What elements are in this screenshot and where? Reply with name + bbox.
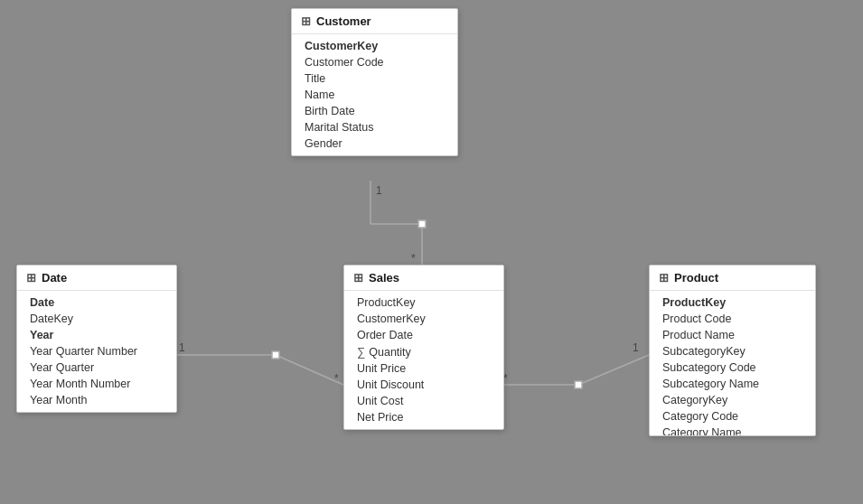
list-item: DateKey xyxy=(17,311,176,327)
rel-label-star-sales-customer: * xyxy=(411,252,416,265)
product-table-body[interactable]: ProductKey Product Code Product Name Sub… xyxy=(650,291,815,435)
list-item: ProductKey xyxy=(650,294,815,311)
list-item: Order Date xyxy=(344,327,503,343)
table-icon-customer: ⊞ xyxy=(301,14,311,28)
customer-table-body[interactable]: CustomerKey Customer Code Title Name Bir… xyxy=(292,34,457,155)
list-item: SubcategoryKey xyxy=(650,343,815,359)
list-item: Year Month Number xyxy=(17,376,176,392)
product-table: ⊞ Product ProductKey Product Code Produc… xyxy=(649,265,816,436)
list-item: Customer Code xyxy=(292,54,457,70)
date-table: ⊞ Date Date DateKey Year Year Quarter Nu… xyxy=(16,265,177,413)
list-item: Year Quarter xyxy=(17,359,176,376)
table-icon-date: ⊞ xyxy=(26,271,36,285)
list-item: Date xyxy=(17,294,176,311)
list-item: Subcategory Name xyxy=(650,376,815,392)
rel-label-1-customer: 1 xyxy=(376,184,382,197)
junction-box-sales-product xyxy=(575,381,582,388)
junction-box-customer-sales xyxy=(418,220,426,228)
list-item: Unit Price xyxy=(344,360,503,377)
table-icon-product: ⊞ xyxy=(659,271,669,285)
list-item: Product Name xyxy=(650,327,815,343)
list-item: ∑ Quantity xyxy=(344,343,503,360)
svg-line-4 xyxy=(276,355,343,385)
sigma-icon: ∑ xyxy=(357,345,365,359)
rel-label-1-date: 1 xyxy=(179,341,185,354)
list-item: Gender xyxy=(292,135,457,152)
list-item: CustomerKey xyxy=(344,311,503,327)
list-item: CategoryKey xyxy=(650,392,815,408)
table-icon-sales: ⊞ xyxy=(353,271,363,285)
product-table-title: Product xyxy=(674,271,718,285)
list-item: Unit Cost xyxy=(344,393,503,409)
list-item: Year Month xyxy=(17,392,176,408)
date-table-title: Date xyxy=(42,271,67,285)
customer-table-title: Customer xyxy=(316,14,371,28)
list-item: Birth Date xyxy=(292,103,457,119)
list-item: Title xyxy=(292,70,457,87)
customer-table: ⊞ Customer CustomerKey Customer Code Tit… xyxy=(291,8,458,156)
list-item: Marital Status xyxy=(292,119,457,135)
date-table-header: ⊞ Date xyxy=(17,266,176,291)
list-item: Subcategory Code xyxy=(650,359,815,376)
customer-table-header: ⊞ Customer xyxy=(292,9,457,34)
list-item: Name xyxy=(292,87,457,103)
svg-line-6 xyxy=(578,355,649,385)
rel-label-star-sales-date: * xyxy=(334,372,339,385)
list-item: Net Price xyxy=(344,409,503,425)
junction-box-date-sales xyxy=(272,351,279,359)
sales-table-title: Sales xyxy=(369,271,399,285)
product-table-header: ⊞ Product xyxy=(650,266,815,291)
rel-label-1-product: 1 xyxy=(633,341,639,354)
sales-table-header: ⊞ Sales xyxy=(344,266,503,291)
list-item: Category Name xyxy=(650,425,815,435)
diagram-canvas: 1 * 1 * * 1 ⊞ Customer CustomerKey xyxy=(0,0,863,504)
list-item: Year xyxy=(17,327,176,343)
sales-table-body[interactable]: ProductKey CustomerKey Order Date ∑ Quan… xyxy=(344,291,503,429)
list-item: Year Quarter Number xyxy=(17,343,176,359)
list-item: Product Code xyxy=(650,311,815,327)
list-item: Category Code xyxy=(650,408,815,425)
list-item: ProductKey xyxy=(344,294,503,311)
list-item: Unit Discount xyxy=(344,377,503,393)
date-table-body[interactable]: Date DateKey Year Year Quarter Number Ye… xyxy=(17,291,176,412)
sales-table: ⊞ Sales ProductKey CustomerKey Order Dat… xyxy=(343,265,504,430)
list-item: CustomerKey xyxy=(292,38,457,54)
